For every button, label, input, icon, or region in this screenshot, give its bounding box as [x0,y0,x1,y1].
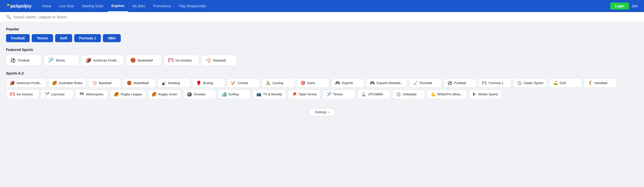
az-sport-boxing[interactable]: 🥊 Boxing [192,78,225,88]
nav-link-play-responsibly[interactable]: Play Responsibly [176,0,210,12]
join-button[interactable]: Join [631,4,638,8]
az-sport-label: Table Tennis [299,92,317,96]
boxing-icon: 🥊 [196,81,201,85]
gaelic-icon: 🏐 [517,81,522,85]
az-sport-ufc[interactable]: 🥋 UFC/MMA [357,90,390,99]
popular-section: Popular FootballTennisGolfFormula 1NBA [6,27,638,42]
az-sport-rugby-league[interactable]: 🏉 Rugby League [110,90,146,99]
featured-sport-baseball[interactable]: ⚾ Baseball [202,55,237,66]
az-sport-lacrosse[interactable]: 🥍 Lacrosse [41,90,73,99]
az-grid: 🏈 American Footb...🏉 Australian Rules⚾ B… [6,78,638,99]
nav-links: HomeLive NowStarting SoonExploreMy BetsP… [38,0,610,12]
featured-sport-basketball[interactable]: 🏀 Basketball [126,55,161,66]
settings-chevron-icon: › [328,110,329,114]
lacrosse-icon: 🥍 [45,92,50,97]
ufc-icon: 🥋 [361,92,366,97]
az-sport-cricket[interactable]: 🏏 Cricket [227,78,260,88]
az-sport-gaelic[interactable]: 🏐 Gaelic Sports [513,78,547,88]
az-sport-football[interactable]: ⚽ Football [444,78,476,88]
az-sport-label: Surfing [228,92,239,96]
az-sport-darts[interactable]: 🎯 Darts [297,78,329,88]
rugby-union-icon: 🏉 [152,92,157,97]
ice-hockey-icon: 🥅 [10,92,15,97]
featured-sport-label: Basketball [138,58,153,62]
az-sport-table-tennis[interactable]: 🏓 Table Tennis [288,90,321,99]
featured-section: Featured Sports ⚽ Football🎾 Tennis🏈 Amer… [6,48,638,66]
az-section: Sports A-Z 🏈 American Footb...🏉 Australi… [6,71,638,99]
featured-sport-label: American Footb... [93,58,119,62]
az-sport-cycling[interactable]: 🚴 Cycling [262,78,295,88]
az-sport-wwe[interactable]: 💪 WWE/Pro Wres... [427,90,467,99]
snooker-icon: 🎱 [187,92,192,97]
search-input[interactable] [14,15,638,19]
featured-sport-ice-hockey[interactable]: 🥅 Ice Hockey [164,55,199,66]
az-sport-handball[interactable]: 🤾 Handball [584,78,617,88]
winter-icon: ⛷ [472,92,476,97]
az-sport-label: Cricket [238,81,248,85]
featured-sport-football[interactable]: ⚽ Football [6,55,41,66]
settings-button[interactable]: Settings › [309,108,335,116]
logo-text[interactable]: jackpotjoy [10,4,31,9]
az-sport-snooker[interactable]: 🎱 Snooker [183,90,216,99]
az-sport-label: Snooker [194,92,206,96]
az-sport-label: Floorball [420,81,432,85]
basketball-icon: 🏀 [130,57,136,63]
az-sport-baseball[interactable]: ⚾ Baseball [88,78,121,88]
popular-pill-tennis[interactable]: Tennis [32,34,53,42]
popular-pill-nba[interactable]: NBA [103,34,120,42]
featured-sport-tennis[interactable]: 🎾 Tennis [44,55,79,66]
nav-link-home[interactable]: Home [38,0,55,12]
football-icon: ⚽ [448,81,453,85]
nav-link-my-bets[interactable]: My Bets [129,0,149,12]
popular-pill-football[interactable]: Football [6,34,30,42]
az-sport-surfing[interactable]: 🏄 Surfing [218,90,251,99]
cricket-icon: 🏏 [231,81,236,85]
featured-sport-am-football[interactable]: 🏈 American Footb... [82,55,124,66]
tennis-icon: 🎾 [327,92,332,97]
az-sport-tv[interactable]: 📺 TV & Novelty [253,90,286,99]
az-sport-label: Australian Rules [59,81,83,85]
am-football-icon: 🏈 [10,81,15,85]
esports-icon: 🎮 [335,81,340,85]
nav-link-explore[interactable]: Explore [108,0,128,12]
nav-link-starting-soon[interactable]: Starting Soon [78,0,107,12]
az-sport-label: TV & Novelty [263,92,282,96]
az-title: Sports A-Z [6,71,638,75]
darts-icon: 🎯 [300,81,305,85]
az-sport-bowling[interactable]: 🎳 Bowling [158,78,190,88]
az-sport-label: American Footb... [17,81,43,85]
az-sport-motorsports[interactable]: 🏁 Motorsports [75,90,108,99]
baseball-icon: ⚾ [92,81,97,85]
az-sport-golf[interactable]: ⛳ Golf [549,78,582,88]
az-sport-esports[interactable]: 🎮 Esports [331,78,364,88]
login-button[interactable]: Login [610,3,629,10]
nav-actions: Login Join [610,3,638,10]
az-sport-winter[interactable]: ⛷ Winter Sports [469,90,502,99]
az-sport-label: Esports Basketb... [377,81,403,85]
az-sport-australian[interactable]: 🏉 Australian Rules [48,78,87,88]
featured-sport-label: Ice Hockey [176,58,192,62]
bowling-icon: 🎳 [162,81,167,85]
popular-pill-golf[interactable]: Golf [55,34,72,42]
az-sport-basketball[interactable]: 🏀 Basketball [123,78,156,88]
az-sport-esports[interactable]: 🎮 Esports Basketb... [366,78,407,88]
nav-link-promotions[interactable]: Promotions [150,0,175,12]
popular-pill-formula-1[interactable]: Formula 1 [74,34,101,42]
az-sport-formula1[interactable]: F1 Formula 1 [478,78,511,88]
az-sport-label: Volleyball [403,92,417,96]
tv-icon: 📺 [256,92,261,97]
cycling-icon: 🚴 [266,81,271,85]
az-sport-tennis[interactable]: 🎾 Tennis [323,90,355,99]
australian-icon: 🏉 [52,81,57,85]
settings-row: Settings › [6,108,638,121]
az-sport-volleyball[interactable]: 🏐 Volleyball [392,90,425,99]
az-sport-label: Rugby League [121,92,142,96]
search-icon: 🔍 [6,15,11,19]
settings-label: Settings [315,110,327,114]
az-sport-floorball[interactable]: 🏑 Floorball [409,78,442,88]
nav-link-live-now[interactable]: Live Now [56,0,77,12]
az-sport-rugby-union[interactable]: 🏉 Rugby Union [148,90,181,99]
az-sport-ice-hockey[interactable]: 🥅 Ice Hockey [6,90,39,99]
az-sport-am-football[interactable]: 🏈 American Footb... [6,78,46,88]
featured-title: Featured Sports [6,48,638,52]
